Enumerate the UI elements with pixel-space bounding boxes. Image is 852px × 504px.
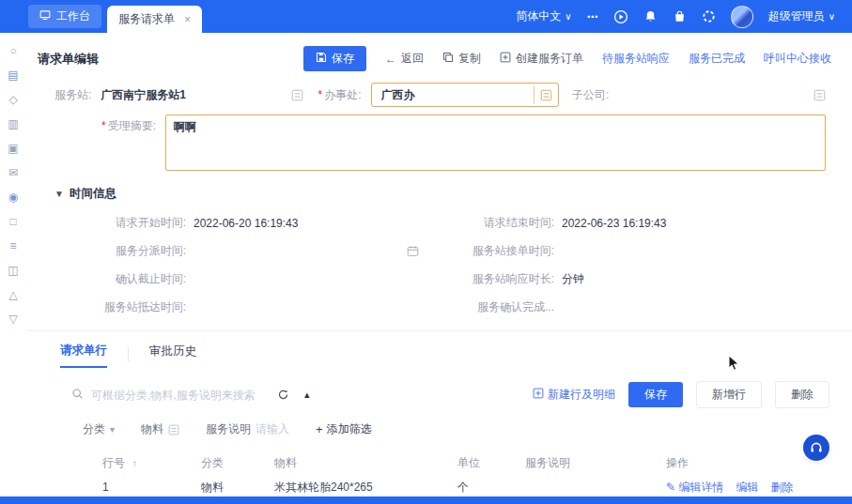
delete-link[interactable]: 删除 [770,480,793,496]
caret-down-icon: ▾ [110,424,115,435]
office-input-box [371,83,559,107]
office-input[interactable] [380,87,534,102]
col-category[interactable]: 分类 [201,455,274,471]
field-office: *办事处: [318,83,558,107]
close-tab-icon[interactable]: × [184,13,191,26]
customer-service-float-button[interactable] [803,435,829,461]
collapse-triangle-icon: ▼ [54,189,64,199]
status-wait-response-link[interactable]: 待服务站响应 [602,51,670,67]
more-menu-icon[interactable]: ⋯ [587,10,598,23]
nav-icon-1[interactable]: ○ [9,44,16,57]
nav-icon-9[interactable]: ≡ [9,239,16,252]
nav-icon-6[interactable]: ✉ [8,166,18,179]
new-line-button[interactable]: 新增行 [696,381,762,408]
copy-button[interactable]: 复制 [442,51,481,67]
field-request-end: 请求结束时间: 2022-06-23 16:19:43 [432,215,824,231]
lines-save-button[interactable]: 保存 [628,382,683,407]
chevron-down-icon: ∨ [565,11,571,22]
add-filter-button[interactable]: + 添加筛选 [316,421,372,437]
user-avatar[interactable] [731,6,753,28]
nav-icon-10[interactable]: ◫ [8,264,18,277]
required-asterisk: * [318,88,323,101]
field-summary: *受理摘要: 啊啊 [26,107,852,171]
table-row[interactable]: 1 物料 米其林轮胎240*265 个 ✎ 编辑详情 编辑 删除 [60,475,829,496]
field-subsidiary: 子公司: [572,83,826,107]
field-response-duration: 服务站响应时长: 分钟 [432,271,824,287]
page-title: 请求单编辑 [38,51,99,68]
col-line-no[interactable]: 行号 [102,455,125,471]
time-section-header[interactable]: ▼ 时间信息 [26,171,852,202]
user-menu[interactable]: 超级管理员 ∨ [768,8,835,24]
nav-icon-8[interactable]: □ [9,215,16,228]
plus-square-icon [533,388,544,402]
save-floppy-icon [316,52,327,66]
edit-detail-link[interactable]: ✎ 编辑详情 [666,480,723,496]
filter-material[interactable]: 物料 [141,421,179,437]
col-material[interactable]: 物料 [274,455,457,471]
main-content: 请求单编辑 保存 ← 返回 复制 创建 [26,33,852,496]
left-nav-sidebar: ○ ▤ ◇ ▥ ▣ ✉ ◉ □ ≡ ◫ △ ▽ [0,33,27,496]
lines-toolbar-actions: 新建行及明细 保存 新增行 删除 [533,381,829,408]
new-line-detail-button[interactable]: 新建行及明细 [533,387,615,403]
nav-icon-7[interactable]: ◉ [8,191,18,204]
col-unit[interactable]: 单位 [457,455,525,471]
notification-bell-icon[interactable] [643,9,658,23]
tab-divider [128,348,129,361]
cell-category: 物料 [201,480,274,496]
lines-save-label: 保存 [644,387,667,403]
create-service-order-label: 创建服务订单 [516,51,583,67]
field-service-confirm-complete: 服务确认完成... [432,299,824,315]
nav-icon-2[interactable]: ▤ [8,69,18,82]
time-fields-grid: 请求开始时间: 2022-06-20 16:19:43 请求结束时间: 2022… [26,202,852,315]
nav-icon-4[interactable]: ▥ [8,117,18,130]
lines-toolbar: ▴ 新建行及明细 保存 新增行 删除 [26,368,852,408]
language-selector[interactable]: 简体中文 ∨ [516,8,571,24]
nav-icon-11[interactable]: △ [8,288,17,301]
sort-asc-icon[interactable]: ↑ [132,458,137,468]
monitor-icon [39,9,51,23]
field-request-start: 请求开始时间: 2022-06-20 16:19:43 [64,215,432,231]
summary-textarea[interactable]: 啊啊 [165,115,826,171]
back-button[interactable]: ← 返回 [385,51,424,67]
delete-line-button[interactable]: 删除 [775,381,829,408]
new-line-detail-label: 新建行及明细 [548,387,615,403]
search-icon [71,388,84,403]
filter-material-label: 物料 [141,421,163,437]
nav-icon-12[interactable]: ▽ [8,313,17,326]
save-button-label: 保存 [332,51,354,67]
nav-icon-3[interactable]: ◇ [8,93,17,106]
plus-icon: + [316,422,323,436]
nav-icon-5[interactable]: ▣ [8,142,18,155]
save-button[interactable]: 保存 [303,46,366,71]
store-icon[interactable] [673,9,687,23]
filter-category[interactable]: 分类 ▾ [83,421,115,437]
settings-gear-icon[interactable] [702,9,716,23]
field-confirm-deadline: 确认截止时间: [64,271,432,287]
calendar-icon[interactable] [407,245,419,257]
collapse-panel-icon[interactable]: ▴ [304,389,310,401]
field-service-station: 服务站: 广西南宁服务站1 [54,83,303,107]
guide-play-icon[interactable] [613,9,628,24]
lines-table: 行号 ↑ 分类 物料 单位 服务说明 操作 1 物料 米其林轮胎240*265 … [60,451,829,496]
filter-service-hint: 请输入 [256,421,289,437]
tab-workbench[interactable]: 工作台 [28,5,101,28]
lookup-icon[interactable] [813,89,826,101]
status-callcenter-link[interactable]: 呼叫中心接收 [764,51,831,67]
header-actions: 保存 ← 返回 复制 创建服务订单 待服务站响应 服务已完成 呼叫中心接收 [303,46,831,71]
refresh-icon[interactable] [277,389,289,401]
filter-service-desc[interactable]: 服务说明 请输入 [206,421,289,437]
row-actions: ✎ 编辑详情 编辑 删除 [666,480,829,496]
search-input[interactable] [89,388,271,403]
bottom-accent-bar [0,496,852,504]
chevron-down-icon: ∨ [829,11,835,22]
status-completed-link[interactable]: 服务已完成 [689,51,745,67]
tab-request-lines[interactable]: 请求单行 [60,341,107,368]
lookup-icon[interactable] [534,86,556,104]
col-service-desc[interactable]: 服务说明 [525,455,666,471]
create-service-order-button[interactable]: 创建服务订单 [500,51,583,67]
tab-service-request[interactable]: 服务请求单 × [107,6,202,33]
time-section-title: 时间信息 [70,186,116,202]
tab-approval-history[interactable]: 审批历史 [149,342,196,367]
edit-link[interactable]: 编辑 [736,480,758,496]
lookup-icon[interactable] [291,89,303,101]
